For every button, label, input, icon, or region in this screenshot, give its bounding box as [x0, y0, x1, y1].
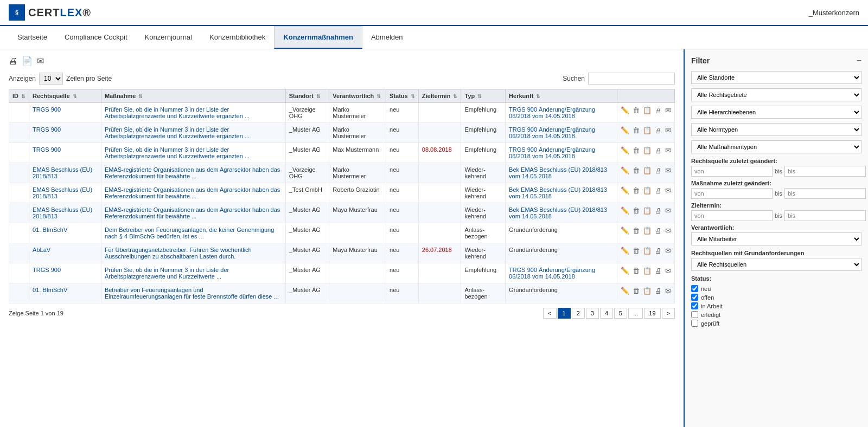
rechtsquelle-link[interactable]: AbLaV	[33, 247, 50, 253]
print-row-icon[interactable]: 🖨	[655, 126, 662, 134]
delete-icon[interactable]: 🗑	[633, 206, 640, 215]
col-standort[interactable]: Standort ⇅	[285, 89, 329, 103]
herkunft-link[interactable]: Bek EMAS Beschluss (EU) 2018/813 vom 14.…	[509, 206, 607, 219]
col-herkunft[interactable]: Herkunft ⇅	[506, 89, 617, 103]
page-4-btn[interactable]: 4	[600, 308, 613, 319]
edit-icon[interactable]: ✏️	[621, 126, 629, 134]
filter-status-checkbox-offen[interactable]	[691, 294, 698, 301]
edit-icon[interactable]: ✏️	[621, 227, 629, 235]
col-zieltermin[interactable]: Zieltermin ⇅	[418, 89, 461, 103]
filter-rechtsquelle-bis[interactable]	[784, 166, 866, 177]
filter-status-checkbox-erledigt[interactable]	[691, 311, 698, 318]
filter-verantwortlich-select[interactable]: Alle Mitarbeiter	[691, 232, 861, 245]
edit-icon[interactable]: ✏️	[621, 287, 629, 295]
copy-icon[interactable]: 📋	[643, 106, 652, 114]
email-row-icon[interactable]: ✉	[665, 267, 671, 275]
email-row-icon[interactable]: ✉	[665, 126, 671, 134]
delete-icon[interactable]: 🗑	[633, 166, 640, 174]
copy-icon[interactable]: 📋	[643, 287, 652, 295]
copy-icon[interactable]: 📋	[643, 227, 652, 235]
massnahme-link[interactable]: Dem Betreiber von Feuerungsanlagen, die …	[105, 227, 274, 240]
massnahme-link[interactable]: EMAS-registrierte Organisationen aus dem…	[105, 166, 280, 179]
edit-icon[interactable]: ✏️	[621, 247, 629, 255]
page-2-btn[interactable]: 2	[572, 308, 585, 319]
delete-icon[interactable]: 🗑	[633, 126, 640, 134]
email-row-icon[interactable]: ✉	[665, 186, 671, 195]
massnahme-link[interactable]: Prüfen Sie, ob die in Nummer 3 in der Li…	[105, 267, 229, 280]
filter-massnahme-von[interactable]	[691, 188, 773, 199]
rechtsquelle-link[interactable]: EMAS Beschluss (EU) 2018/813	[33, 186, 92, 199]
filter-rechtsquelle-von[interactable]	[691, 166, 773, 177]
massnahme-link[interactable]: Betreiber von Feuerungsanlagen und Einze…	[105, 287, 279, 300]
edit-icon[interactable]: ✏️	[621, 146, 629, 154]
delete-icon[interactable]: 🗑	[633, 106, 640, 114]
search-input[interactable]	[588, 73, 675, 85]
massnahme-link[interactable]: Prüfen Sie, ob die in Nummer 3 in der Li…	[105, 146, 250, 159]
page-19-btn[interactable]: 19	[644, 308, 660, 319]
filter-zieltermin-bis[interactable]	[784, 210, 866, 221]
filter-normtypen-select[interactable]: Alle Normtypen	[691, 123, 861, 136]
nav-startseite[interactable]: Startseite	[9, 27, 56, 49]
page-3-btn[interactable]: 3	[586, 308, 599, 319]
edit-icon[interactable]: ✏️	[621, 106, 629, 114]
delete-icon[interactable]: 🗑	[633, 247, 640, 255]
filter-status-checkbox-geprüft[interactable]	[691, 320, 698, 327]
rechtsquelle-link[interactable]: 01. BImSchV	[33, 287, 67, 293]
delete-icon[interactable]: 🗑	[633, 267, 640, 275]
filter-status-checkbox-neu[interactable]	[691, 285, 698, 292]
rechtsquelle-link[interactable]: TRGS 900	[33, 126, 61, 133]
email-row-icon[interactable]: ✉	[665, 247, 671, 255]
copy-icon[interactable]: 📋	[643, 126, 652, 134]
page-5-btn[interactable]: 5	[614, 308, 627, 319]
herkunft-link[interactable]: TRGS 900 Änderung/Ergänzung 06/2018 vom …	[509, 126, 595, 139]
rechtsquelle-link[interactable]: TRGS 900	[33, 106, 61, 113]
herkunft-link[interactable]: TRGS 900 Änderung/Ergänzung 06/2018 vom …	[509, 146, 595, 159]
herkunft-link[interactable]: TRGS 900 Änderung/Ergänzung 06/2018 vom …	[509, 106, 595, 119]
herkunft-link[interactable]: Bek EMAS Beschluss (EU) 2018/813 vom 14.…	[509, 166, 607, 179]
delete-icon[interactable]: 🗑	[633, 287, 640, 295]
copy-icon[interactable]: 📋	[643, 186, 652, 195]
nav-konzernmassnahmen[interactable]: Konzernmaßnahmen	[274, 26, 362, 49]
filter-collapse-btn[interactable]: −	[857, 56, 861, 66]
edit-icon[interactable]: ✏️	[621, 267, 629, 275]
copy-icon[interactable]: 📋	[643, 206, 652, 215]
filter-status-checkbox-in Arbeit[interactable]	[691, 302, 698, 309]
prev-page-btn[interactable]: <	[543, 308, 556, 319]
email-row-icon[interactable]: ✉	[665, 106, 671, 114]
email-row-icon[interactable]: ✉	[665, 227, 671, 235]
filter-rechtsgebiete-select[interactable]: Alle Rechtsgebiete	[691, 88, 861, 101]
filter-hierarchieebenen-select[interactable]: Alle Hierarchieebenen	[691, 106, 861, 119]
col-massnahme[interactable]: Maßnahme ⇅	[101, 89, 285, 103]
massnahme-link[interactable]: EMAS-registrierte Organisationen aus dem…	[105, 206, 280, 219]
massnahme-link[interactable]: Prüfen Sie, ob die in Nummer 3 in der Li…	[105, 126, 250, 139]
massnahme-link[interactable]: Prüfen Sie, ob die in Nummer 3 in der Li…	[105, 106, 250, 119]
copy-icon[interactable]: 📋	[643, 166, 652, 174]
print-row-icon[interactable]: 🖨	[655, 106, 662, 114]
col-verantwortlich[interactable]: Verantwortlich ⇅	[329, 89, 386, 103]
print-row-icon[interactable]: 🖨	[655, 166, 662, 174]
copy-icon[interactable]: 📋	[643, 267, 652, 275]
filter-standort-select[interactable]: Alle Standorte	[691, 71, 861, 84]
print-row-icon[interactable]: 🖨	[655, 206, 662, 215]
nav-konzernbibliothek[interactable]: Konzernbibliothek	[201, 27, 274, 49]
email-icon[interactable]: ✉	[37, 56, 44, 66]
print-row-icon[interactable]: 🖨	[655, 267, 662, 275]
print-row-icon[interactable]: 🖨	[655, 247, 662, 255]
massnahme-link[interactable]: EMAS-registrierte Organisationen aus dem…	[105, 186, 280, 199]
col-rechtsquelle[interactable]: Rechtsquelle ⇅	[29, 89, 101, 103]
filter-massnahme-bis[interactable]	[784, 188, 866, 199]
print-row-icon[interactable]: 🖨	[655, 227, 662, 235]
print-row-icon[interactable]: 🖨	[655, 186, 662, 195]
filter-grundanforderungen-select[interactable]: Alle Rechtsquellen	[691, 258, 861, 271]
print-icon[interactable]: 🖨	[9, 56, 17, 66]
col-id[interactable]: ID ⇅	[9, 89, 29, 103]
filter-massnahmentypen-select[interactable]: Alle Maßnahmentypen	[691, 140, 861, 153]
col-status[interactable]: Status ⇅	[386, 89, 419, 103]
page-ellipsis-btn[interactable]: ...	[628, 308, 643, 319]
print-row-icon[interactable]: 🖨	[655, 287, 662, 295]
edit-icon[interactable]: ✏️	[621, 186, 629, 195]
delete-icon[interactable]: 🗑	[633, 227, 640, 235]
copy-icon[interactable]: 📋	[643, 247, 652, 255]
massnahme-link[interactable]: Für Übertragungsnetzbetreiber: Führen Si…	[105, 247, 252, 260]
page-1-btn[interactable]: 1	[558, 308, 571, 319]
